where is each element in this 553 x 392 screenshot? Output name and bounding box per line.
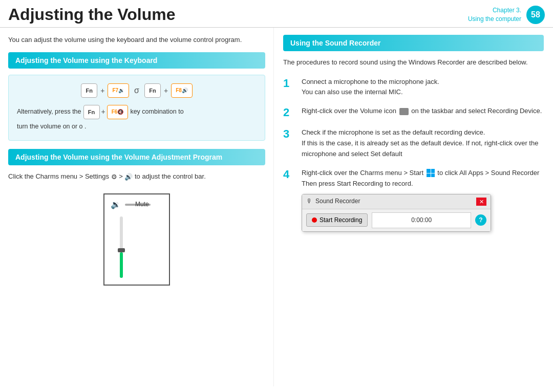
sr-body: Start Recording 0:00:00 ? [302, 209, 491, 231]
step-4-text: Right-click over the Charms menu > Start [302, 169, 423, 177]
rec-dot [312, 217, 317, 223]
step-3-sub: If this is the case, it is already set a… [302, 138, 544, 160]
plus-2: + [164, 86, 168, 95]
page-title: Adjusting the Volume [8, 5, 176, 24]
sr-close-button[interactable]: ✕ [476, 198, 486, 206]
sr-title-text: Sound Recorder [315, 197, 360, 206]
step-2: 2 Right-click over the Volume icon on th… [283, 106, 544, 119]
sigma-sign: σ [134, 86, 139, 95]
step-4-num: 4 [283, 168, 295, 181]
step-1-content: Connect a microphone to the microphone j… [302, 77, 544, 98]
page-number: 58 [526, 6, 545, 24]
recorder-intro: The procedures to record sound using the… [283, 57, 544, 68]
fn-key-3: Fn [83, 105, 100, 120]
keyboard-section: Fn + F7 🔉 σ Fn + F8 🔊 Alternatively, pre… [8, 75, 265, 141]
plus-3: + [101, 106, 105, 118]
step-1-text: Connect a microphone to the microphone j… [302, 77, 544, 88]
f6-key: F6 🔇 [107, 105, 129, 119]
key-combination-row: Fn + F7 🔉 σ Fn + F8 🔊 [17, 83, 257, 98]
speaker-icon: 🔊 [124, 172, 133, 183]
step-4-content: Right-click over the Charms menu > Start… [302, 168, 544, 232]
gear-icon: ⚙ [111, 172, 117, 183]
slider-illustration: 🔉 Mute [8, 188, 265, 291]
volume-icon: 🔉 [111, 200, 121, 209]
sr-titlebar: 🎙 Sound Recorder ✕ [302, 194, 491, 209]
volume-body-text: Click the Charms menu > Settings ⚙ > 🔊 t… [8, 171, 265, 182]
fn-key-2: Fn [144, 83, 161, 98]
keyboard-section-header: Adjusting the Volume using the Keyboard [8, 52, 265, 69]
fn-key: Fn [81, 83, 97, 98]
volume-section-header: Adjusting the Volume using the Volume Ad… [8, 149, 265, 165]
slider-thumb [118, 248, 125, 252]
left-column: You can adjust the volume using the keyb… [0, 28, 274, 386]
alt-key-text: Alternatively, press the Fn + F6 🔇 key c… [17, 105, 257, 133]
step-2-content: Right-click over the Volume icon on the … [302, 106, 544, 117]
step-2-num: 2 [283, 106, 295, 119]
sound-recorder-window: 🎙 Sound Recorder ✕ Start Recording 0:00:… [302, 194, 491, 231]
step-1-sub: You can also use the internal MIC. [302, 87, 544, 98]
slider-header: 🔉 Mute [111, 200, 151, 209]
chapter-info: Chapter 3. Using the computer 58 [468, 6, 545, 24]
plus-1: + [100, 86, 104, 95]
step-1-num: 1 [283, 77, 295, 90]
sr-time-display: 0:00:00 [372, 212, 471, 228]
f7-key: F7 🔉 [108, 83, 129, 98]
step-3-content: Check if the microphone is set as the de… [302, 127, 544, 159]
page-header: Adjusting the Volume Chapter 3. Using th… [0, 0, 553, 28]
volume-slider-box: 🔉 Mute [103, 193, 170, 286]
slider-fill [120, 252, 123, 278]
step-2-text: Right-click over the Volume icon [302, 107, 396, 115]
right-column: Using the Sound Recorder The procedures … [274, 28, 553, 386]
volume-section: Adjusting the Volume using the Volume Ad… [8, 149, 265, 291]
chapter-text: Chapter 3. Using the computer [468, 6, 521, 24]
main-content: You can adjust the volume using the keyb… [0, 28, 553, 386]
steps-list: 1 Connect a microphone to the microphone… [283, 77, 544, 232]
slider-track [120, 216, 123, 278]
start-recording-button[interactable]: Start Recording [306, 213, 368, 227]
mute-label: Mute [135, 201, 149, 208]
start-recording-label: Start Recording [320, 216, 362, 224]
sr-help-button[interactable]: ? [475, 214, 486, 226]
step-1: 1 Connect a microphone to the microphone… [283, 77, 544, 98]
windows-logo-icon [427, 169, 435, 177]
sr-title-left: 🎙 Sound Recorder [306, 197, 360, 206]
step-3-num: 3 [283, 127, 295, 141]
step-3: 3 Check if the microphone is set as the … [283, 127, 544, 159]
step-3-text: Check if the microphone is set as the de… [302, 127, 544, 138]
step-2-text2: on the taskbar and select Recording Devi… [411, 107, 542, 115]
f8-key: F8 🔊 [171, 83, 193, 98]
step-4: 4 Right-click over the Charms menu > Sta… [283, 168, 544, 232]
sr-title-icon: 🎙 [306, 197, 312, 206]
intro-text: You can adjust the volume using the keyb… [8, 35, 265, 45]
volume-taskbar-icon [399, 108, 409, 115]
sound-recorder-section-header: Using the Sound Recorder [283, 35, 544, 51]
vertical-slider [120, 216, 123, 278]
